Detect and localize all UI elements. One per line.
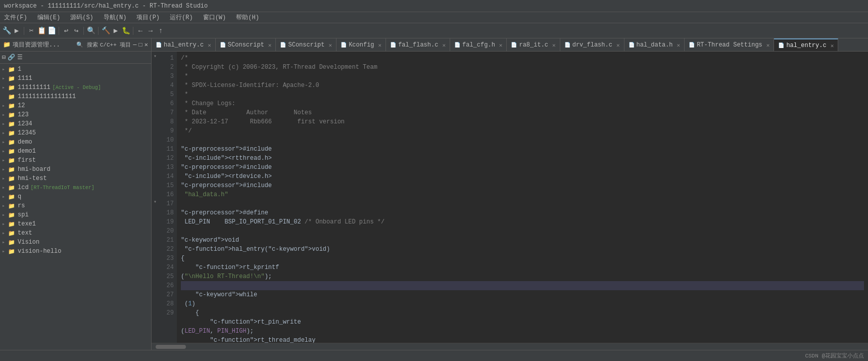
code-content[interactable]: /* * Copyright (c) 2006-2023, RT-Thread … (177, 52, 868, 343)
tab-Kconfig[interactable]: 📄Kconfig✕ (336, 38, 386, 52)
tab-hal_entry_2[interactable]: 📄hal_entry.c✕ (774, 38, 838, 52)
menu-item-源码(S)[interactable]: 源码(S) (68, 13, 95, 22)
toolbar-icon-arrow-right[interactable]: → (146, 26, 155, 35)
tab-SConscript_2[interactable]: 📄SConscript✕ (276, 38, 336, 52)
line-num-20: 20 (159, 227, 174, 236)
tree-item-spi[interactable]: ▸📁spi (0, 210, 151, 219)
tab-SConscript_1[interactable]: 📄SConscript✕ (216, 38, 276, 52)
toolbar-icon-2[interactable]: ▶ (12, 26, 21, 35)
sidebar-header: 📁 项目资源管理... 🔍 搜索 C/C++ 项目 — □ ✕ (0, 38, 151, 52)
tree-item-rs[interactable]: ▸📁rs (0, 201, 151, 210)
tree-item-q[interactable]: ▸📁q (0, 192, 151, 201)
menu-item-编辑(E)[interactable]: 编辑(E) (35, 13, 63, 22)
gutter-line-1[interactable]: ▾ (152, 52, 159, 61)
menu-item-运行(R)[interactable]: 运行(R) (168, 13, 195, 22)
tree-item-hmi-board[interactable]: ▸📁hmi-board (0, 165, 151, 174)
h-scrollbar[interactable] (152, 343, 868, 350)
tree-folder-icon-1111: 📁 (8, 75, 16, 82)
tab-hal_data[interactable]: 📄hal_data.h✕ (624, 38, 685, 52)
tab-close-hal_entry_1[interactable]: ✕ (208, 42, 211, 49)
menu-item-窗口(W)[interactable]: 窗口(W) (201, 13, 228, 22)
toolbar-icon-run[interactable]: ▶ (111, 26, 120, 35)
gutter: ▾▾ (152, 52, 159, 343)
tab-ra8_it[interactable]: 📄ra8_it.c✕ (507, 38, 560, 52)
sidebar-maximize-icon[interactable]: □ (139, 41, 142, 49)
tree-item-12[interactable]: ▸📁12 (0, 101, 151, 110)
tab-close-fal_cfg[interactable]: ✕ (499, 42, 503, 49)
tab-close-SConscript_1[interactable]: ✕ (268, 42, 272, 49)
tab-fal_cfg[interactable]: 📄fal_cfg.h✕ (450, 38, 507, 52)
sidebar-tree[interactable]: ▸📁1▸📁1111▸📁111111111[Active - Debug] 📁11… (0, 64, 151, 350)
line-num-13: 13 (159, 163, 174, 172)
line-num-17: 17 (159, 199, 174, 208)
gutter-line-17[interactable]: ▾ (152, 197, 159, 206)
gutter-line-23 (152, 252, 159, 261)
tree-item-1234[interactable]: ▸📁1234 (0, 119, 151, 128)
sidebar-header-actions: 🔍 搜索 C/C++ 项目 — □ ✕ (76, 41, 148, 49)
tree-item-1111111111111111[interactable]: 📁1111111111111111 (0, 92, 151, 101)
sidebar-close-icon[interactable]: ✕ (144, 41, 148, 49)
tab-rt_thread_settings[interactable]: 📄RT-Thread Settings✕ (685, 38, 774, 52)
sidebar-collapse-icon[interactable]: ⊟ (2, 54, 6, 61)
line-num-15: 15 (159, 181, 174, 190)
tab-close-rt_thread_settings[interactable]: ✕ (766, 42, 770, 49)
tab-close-SConscript_2[interactable]: ✕ (329, 42, 332, 49)
tab-close-hal_data[interactable]: ✕ (677, 42, 681, 49)
tree-item-vision-hello[interactable]: ▸📁vision-hello (0, 247, 151, 256)
sidebar-cpp-icon[interactable]: C/C++ 项目 (100, 41, 131, 49)
sidebar-title: 项目资源管理... (13, 40, 60, 49)
toolbar-icon-5[interactable]: 📄 (47, 26, 56, 35)
line-num-21: 21 (159, 236, 174, 245)
tab-close-drv_flash[interactable]: ✕ (616, 42, 620, 49)
menu-item-项目(P)[interactable]: 项目(P) (134, 13, 162, 22)
tab-drv_flash[interactable]: 📄drv_flash.c✕ (560, 38, 624, 52)
toolbar-icon-build[interactable]: 🔨 (101, 26, 110, 35)
code-line-5: * (181, 90, 864, 99)
toolbar-icon-7[interactable]: ↪ (72, 26, 81, 35)
sidebar-menu-icon[interactable]: ☰ (17, 54, 23, 61)
tree-item-12345[interactable]: ▸📁12345 (0, 128, 151, 138)
tree-item-demo1[interactable]: ▸📁demo1 (0, 147, 151, 156)
tree-arrow-12: ▸ (2, 103, 8, 109)
tree-item-first[interactable]: ▸📁first (0, 156, 151, 165)
tree-item-Vision[interactable]: ▸📁Vision (0, 238, 151, 247)
h-scroll-thumb[interactable] (156, 345, 186, 349)
menu-item-导航(N)[interactable]: 导航(N) (102, 13, 129, 22)
tab-fal_flash[interactable]: 📄fal_flash.c✕ (386, 38, 450, 52)
tree-arrow-1111: ▸ (2, 75, 8, 81)
tree-item-hmi-test[interactable]: ▸📁hmi-test (0, 174, 151, 183)
toolbar-icon-search[interactable]: 🔍 (86, 26, 95, 35)
tree-item-1111[interactable]: ▸📁1111 (0, 74, 151, 83)
tree-item-text[interactable]: ▸📁text (0, 229, 151, 238)
code-line-1: /* (181, 54, 864, 63)
menu-item-帮助(H)[interactable]: 帮助(H) (234, 13, 261, 22)
toolbar-icon-4[interactable]: 📋 (37, 26, 46, 35)
toolbar-separator-4 (98, 27, 99, 35)
gutter-line-12 (152, 152, 159, 161)
tab-close-ra8_it[interactable]: ✕ (552, 42, 556, 49)
toolbar-icon-6[interactable]: ↩ (62, 26, 71, 35)
toolbar-icon-3[interactable]: ✂ (27, 26, 36, 35)
toolbar-icon-debug[interactable]: 🐛 (121, 26, 130, 35)
tree-item-demo[interactable]: ▸📁demo (0, 138, 151, 147)
tree-item-111111111[interactable]: ▸📁111111111[Active - Debug] (0, 83, 151, 92)
sidebar-link-icon[interactable]: 🔗 (8, 54, 15, 61)
tab-close-fal_flash[interactable]: ✕ (442, 42, 446, 49)
tree-item-texe1[interactable]: ▸📁texe1 (0, 219, 151, 229)
sidebar-minimize-icon[interactable]: — (133, 41, 136, 49)
toolbar-icon-up[interactable]: ↑ (156, 26, 165, 35)
tree-item-lcd[interactable]: ▸📁lcd[RT-ThreadIoT master] (0, 183, 151, 192)
menu-item-文件(F)[interactable]: 文件(F) (2, 13, 29, 22)
line-num-6: 6 (159, 99, 174, 108)
sidebar-search-icon[interactable]: 🔍 搜索 (76, 41, 98, 49)
code-line-17: "c-keyword">void (181, 236, 864, 245)
tree-arrow-1234: ▸ (2, 121, 8, 127)
tree-folder-icon-demo: 📁 (8, 139, 16, 146)
tree-item-1[interactable]: ▸📁1 (0, 65, 151, 74)
tree-item-123[interactable]: ▸📁123 (0, 110, 151, 119)
tab-close-hal_entry_2[interactable]: ✕ (831, 42, 834, 49)
toolbar-icon-1[interactable]: 🔧 (2, 26, 11, 35)
tab-close-Kconfig[interactable]: ✕ (378, 42, 382, 49)
tab-hal_entry_1[interactable]: 📄hal_entry.c✕ (152, 38, 216, 52)
toolbar-icon-arrow-left[interactable]: ← (136, 26, 145, 35)
